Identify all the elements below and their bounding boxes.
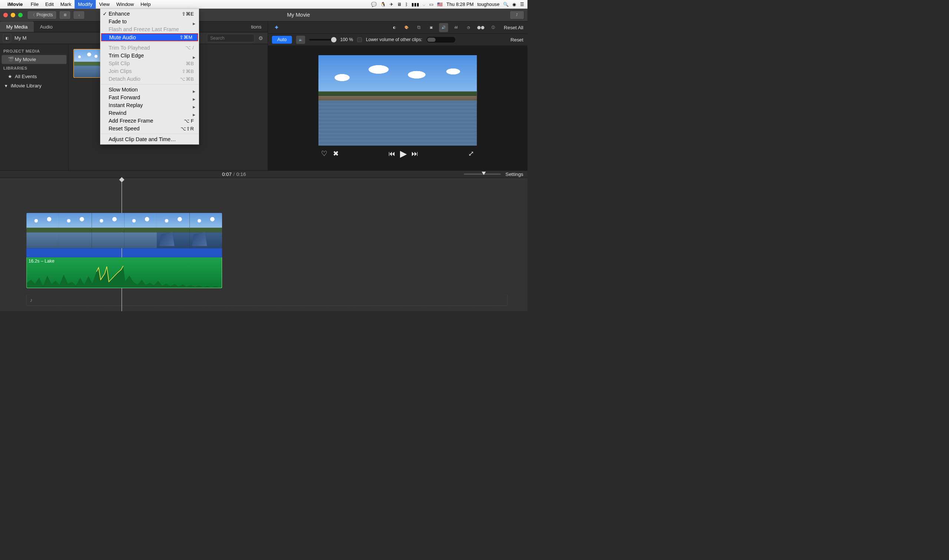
app-name[interactable]: iMovie — [8, 2, 23, 8]
siri-icon[interactable]: ◉ — [512, 2, 516, 7]
reject-button[interactable]: ✖ — [330, 149, 341, 157]
timeline[interactable]: 16.2s – Lake ♪ — [0, 178, 528, 311]
menubar-clock[interactable]: Thu 8:28 PM — [446, 2, 474, 7]
speedometer-icon: ◷ — [467, 26, 470, 30]
music-well[interactable]: ♪ — [26, 294, 508, 306]
color-balance-icon: ◐ — [393, 26, 396, 30]
stabilize-button[interactable]: ▣ — [427, 23, 435, 32]
palette-icon: 🎨 — [404, 26, 409, 30]
tab-transitions-visible[interactable]: tions — [245, 22, 268, 32]
filter-button[interactable]: ⬤⬤ — [476, 23, 485, 32]
menu-mute-audio[interactable]: Mute Audio⇧⌘M — [101, 33, 198, 41]
timeline-settings-button[interactable]: Settings — [506, 171, 523, 177]
crop-button[interactable]: ⿻ — [414, 23, 423, 32]
audio-track[interactable]: 16.2s – Lake — [26, 257, 222, 288]
display-icon[interactable]: 🖥 — [397, 2, 401, 7]
tab-audio[interactable]: Audio — [34, 22, 59, 32]
favorite-button[interactable]: ♡ — [318, 149, 330, 157]
clip-selection-bar[interactable] — [26, 248, 222, 257]
sidebar-head-libraries: LIBRARIES — [2, 64, 66, 72]
video-frame[interactable] — [318, 55, 477, 146]
volume-button[interactable]: 🔊 — [439, 23, 448, 32]
volume-slider[interactable] — [309, 39, 336, 40]
sidebar-item-my-movie[interactable]: 🎬My Movie — [2, 55, 66, 64]
power-icon[interactable]: ▭ — [429, 2, 434, 7]
zoom-knob[interactable] — [481, 172, 486, 175]
menu-enhance[interactable]: Enhance⇧⌘E — [100, 10, 199, 18]
breadcrumb[interactable]: My M — [14, 35, 27, 41]
close-icon[interactable] — [3, 12, 8, 17]
menu-adjust-date[interactable]: Adjust Clip Date and Time… — [100, 135, 199, 143]
location-icon[interactable]: ✈︎ — [390, 2, 393, 7]
sidebar-item-imovie-library[interactable]: ▾iMovie Library — [2, 81, 66, 90]
input-flag-icon[interactable]: 🇺🇸 — [437, 2, 443, 7]
workspace: My Media Audio Titles Backgrounds tions … — [0, 22, 528, 170]
auto-button[interactable]: Auto — [272, 35, 292, 43]
search-input[interactable] — [207, 34, 255, 42]
browser-options-button[interactable]: ⚙ — [256, 34, 265, 42]
menu-rewind[interactable]: Rewind — [100, 109, 199, 117]
modify-dropdown: Enhance⇧⌘E Fade to Flash and Freeze Last… — [100, 9, 199, 145]
menu-view[interactable]: View — [96, 0, 113, 9]
zoom-slider[interactable] — [464, 174, 501, 175]
window-traffic-lights[interactable] — [3, 12, 23, 17]
menu-add-freeze[interactable]: Add Freeze Frame⌥ F — [100, 117, 199, 125]
viewer-panel: ✦ ◐ 🎨 ⿻ ▣ 🔊 ılıl ◷ ⬤⬤ ⓘ Reset All Auto 🔈… — [268, 22, 528, 170]
minimize-icon[interactable] — [11, 12, 15, 17]
fullscreen-icon[interactable] — [18, 12, 23, 17]
video-track[interactable] — [26, 213, 222, 249]
noise-button[interactable]: ılıl — [452, 23, 460, 32]
reset-button[interactable]: Reset — [511, 37, 523, 43]
play-button[interactable]: ▶ — [398, 148, 409, 158]
menu-file[interactable]: File — [28, 0, 42, 9]
slider-knob[interactable] — [427, 37, 435, 42]
info-button[interactable]: ⓘ — [489, 23, 497, 32]
speed-button[interactable]: ◷ — [464, 23, 473, 32]
media-download-button[interactable]: ↓ — [73, 11, 85, 19]
lower-volume-checkbox[interactable] — [357, 37, 362, 42]
bluetooth-icon[interactable]: ᛒ — [405, 2, 408, 7]
prev-button[interactable]: ⏮ — [386, 149, 398, 157]
wechat-icon[interactable]: 💬 — [371, 2, 377, 7]
video-viewer: ♡ ✖ ⏮ ▶ ⏭ ⤢ — [268, 46, 528, 170]
magic-wand-button[interactable]: ✦ — [272, 23, 281, 32]
qq-icon[interactable]: 🐧 — [380, 2, 386, 7]
menu-trim-edge[interactable]: Trim Clip Edge — [100, 52, 199, 60]
menu-slow-motion[interactable]: Slow Motion — [100, 86, 199, 93]
volume-controls: Auto 🔈 100 % Lower volume of other clips… — [268, 34, 528, 46]
reset-all-button[interactable]: Reset All — [504, 25, 523, 30]
wifi-icon[interactable]: ⌵ — [423, 2, 425, 7]
share-button[interactable]: ⤴ — [510, 11, 524, 19]
fullscreen-button[interactable]: ⤢ — [466, 149, 477, 157]
color-balance-button[interactable]: ◐ — [390, 23, 398, 32]
music-icon: ♪ — [30, 297, 32, 303]
menu-fast-forward[interactable]: Fast Forward — [100, 93, 199, 101]
clip-thumbnail[interactable]: 16.2s — [73, 49, 102, 78]
menu-edit[interactable]: Edit — [42, 0, 57, 9]
menu-fade-to[interactable]: Fade to — [100, 18, 199, 26]
sidebar-item-all-events[interactable]: ★All Events — [2, 72, 66, 81]
sidebar-toggle-button[interactable]: ◧ — [3, 34, 11, 42]
tab-my-media[interactable]: My Media — [0, 22, 34, 32]
menu-window[interactable]: Window — [113, 0, 137, 9]
menu-help[interactable]: Help — [137, 0, 154, 9]
time-current: 0:07 — [222, 171, 232, 177]
timeline-clip[interactable]: 16.2s – Lake — [26, 213, 222, 288]
menubar-user[interactable]: toughouse — [477, 2, 500, 7]
menu-mark[interactable]: Mark — [57, 0, 74, 9]
slider-knob[interactable] — [331, 37, 336, 42]
mute-toggle[interactable]: 🔈 — [296, 35, 305, 44]
spotlight-icon[interactable]: 🔍 — [503, 2, 509, 7]
menu-modify[interactable]: Modify — [74, 0, 96, 9]
notification-center-icon[interactable]: ☰ — [520, 2, 524, 7]
battery-icon[interactable]: ▮▮▮ — [412, 2, 419, 7]
next-button[interactable]: ⏭ — [409, 149, 421, 157]
projects-back-button[interactable]: 〈Projects — [27, 11, 57, 19]
media-import-button[interactable]: ⊞ — [59, 11, 71, 19]
color-correction-button[interactable]: 🎨 — [402, 23, 411, 32]
menu-instant-replay[interactable]: Instant Replay — [100, 101, 199, 109]
ducking-slider[interactable] — [426, 37, 455, 43]
menu-separator — [100, 134, 199, 134]
disclosure-icon: ▾ — [4, 83, 8, 89]
menu-reset-speed[interactable]: Reset Speed⌥⇧R — [100, 125, 199, 132]
